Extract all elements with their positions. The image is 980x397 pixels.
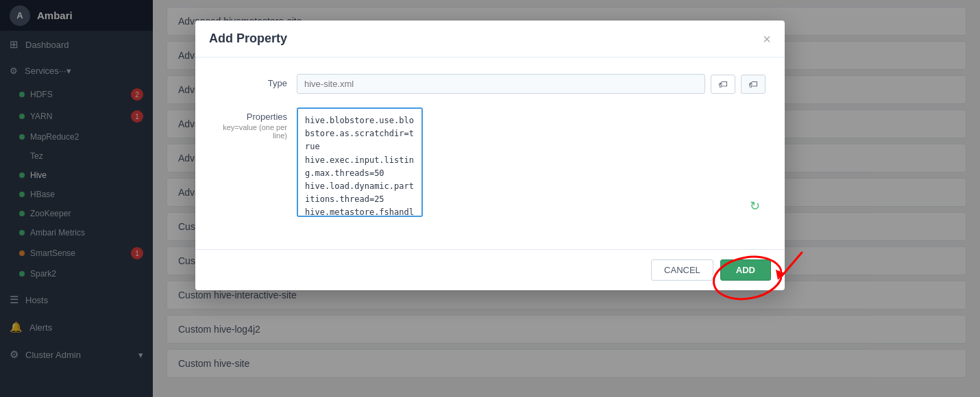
type-row: Type 🏷 🏷 [215, 74, 765, 94]
type-label: Type [215, 74, 297, 88]
type-input[interactable] [297, 74, 705, 94]
add-button-wrapper: ADD [720, 259, 771, 281]
add-property-modal: Add Property × Type 🏷 🏷 Properties key=v… [195, 21, 785, 290]
modal-footer: CANCEL ADD [195, 249, 785, 290]
type-field-group: 🏷 🏷 [297, 74, 765, 94]
properties-textarea[interactable]: hive.blobstore.use.blobstore.as.scratchd… [297, 107, 423, 217]
close-button[interactable]: × [763, 32, 771, 46]
refresh-icon: ↻ [750, 198, 760, 214]
tag-button-2[interactable]: 🏷 [741, 75, 765, 94]
svg-line-1 [781, 253, 802, 277]
properties-sublabel: key=value (one per line) [215, 123, 287, 140]
annotation-arrow [768, 246, 809, 287]
modal-title: Add Property [209, 31, 287, 46]
tag-button-1[interactable]: 🏷 [711, 75, 735, 94]
modal-header: Add Property × [195, 21, 785, 57]
properties-row: Properties key=value (one per line) hive… [215, 107, 765, 219]
modal-body: Type 🏷 🏷 Properties key=value (one per l… [195, 57, 785, 249]
cancel-button[interactable]: CANCEL [651, 259, 713, 281]
textarea-wrapper: hive.blobstore.use.blobstore.as.scratchd… [297, 107, 765, 219]
svg-marker-2 [776, 270, 785, 280]
add-button[interactable]: ADD [720, 259, 771, 281]
modal-overlay: Add Property × Type 🏷 🏷 Properties key=v… [0, 0, 980, 397]
properties-label: Properties key=value (one per line) [215, 107, 297, 140]
